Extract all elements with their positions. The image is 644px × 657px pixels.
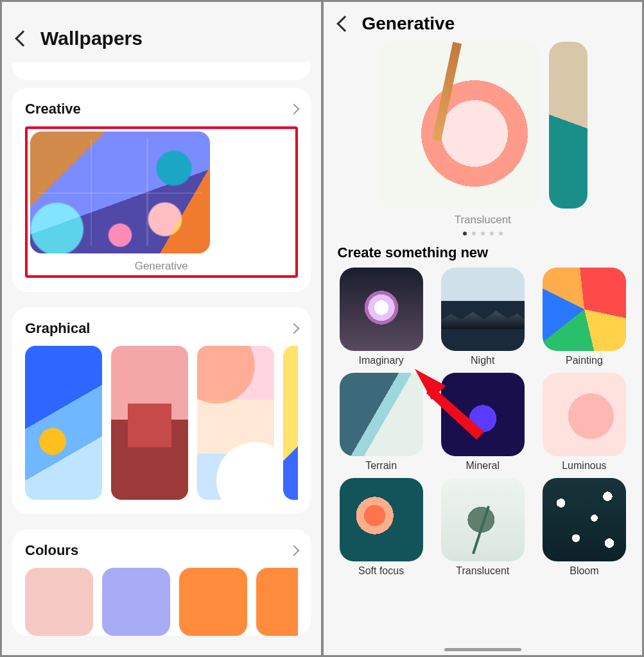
wallpapers-screen: Wallpapers Creative Generative Graphical… — [2, 2, 321, 655]
page-title: Generative — [362, 13, 455, 34]
header: Generative — [324, 2, 643, 39]
graphical-heading: Graphical — [25, 320, 90, 337]
hero-next-peek[interactable] — [549, 42, 587, 209]
creative-header-row[interactable]: Creative — [25, 101, 298, 117]
category-label: Terrain — [365, 460, 397, 472]
carousel-dot[interactable] — [472, 232, 476, 235]
category-thumb — [441, 478, 525, 561]
graphical-wallpaper-3[interactable] — [197, 346, 274, 500]
category-translucent[interactable]: Translucent — [439, 478, 527, 577]
category-mineral[interactable]: Mineral — [439, 373, 527, 472]
category-label: Mineral — [466, 460, 500, 472]
category-terrain[interactable]: Terrain — [338, 373, 425, 472]
colours-header-row[interactable]: Colours — [25, 542, 298, 559]
category-thumb — [543, 373, 626, 456]
colour-swatches — [25, 568, 298, 636]
back-icon[interactable] — [336, 15, 352, 31]
hero-label: Translucent — [324, 214, 643, 226]
header: Wallpapers — [2, 2, 321, 62]
category-grid: ImaginaryNightPaintingTerrainMineralLumi… — [324, 268, 643, 577]
hero-carousel[interactable] — [324, 39, 643, 209]
graphical-thumbnails — [25, 346, 298, 500]
creative-section: Creative Generative — [12, 88, 311, 292]
page-title: Wallpapers — [40, 28, 143, 49]
generative-label: Generative — [30, 260, 293, 273]
generative-screen: Generative Translucent Create something … — [324, 2, 643, 655]
category-thumb — [543, 478, 626, 561]
category-thumb — [340, 478, 423, 561]
colours-section: Colours — [12, 529, 311, 636]
category-label: Painting — [566, 355, 603, 366]
category-label: Translucent — [456, 565, 509, 577]
creative-heading: Creative — [25, 101, 81, 117]
carousel-dot[interactable] — [481, 232, 485, 235]
category-luminous[interactable]: Luminous — [541, 373, 628, 472]
colour-swatch-1[interactable] — [25, 568, 93, 636]
category-bloom[interactable]: Bloom — [541, 478, 628, 577]
create-heading: Create something new — [324, 244, 643, 268]
category-label: Luminous — [562, 460, 606, 472]
carousel-dot[interactable] — [499, 232, 503, 235]
graphical-wallpaper-4[interactable] — [283, 346, 298, 500]
annotation-highlight: Generative — [25, 126, 298, 278]
graphical-section: Graphical — [12, 307, 311, 514]
carousel-dots — [324, 232, 643, 235]
category-thumb — [340, 373, 423, 456]
colour-swatch-3[interactable] — [179, 568, 247, 636]
generative-tile[interactable] — [30, 132, 210, 253]
chevron-right-icon — [288, 545, 299, 556]
chevron-right-icon — [288, 323, 299, 334]
graphical-header-row[interactable]: Graphical — [25, 320, 298, 337]
graphical-wallpaper-1[interactable] — [25, 346, 102, 500]
home-indicator[interactable] — [444, 648, 521, 651]
category-imaginary[interactable]: Imaginary — [338, 268, 425, 366]
category-label: Soft focus — [358, 565, 404, 577]
colour-swatch-2[interactable] — [102, 568, 170, 636]
category-painting[interactable]: Painting — [541, 268, 628, 366]
chevron-right-icon — [288, 104, 299, 115]
category-night[interactable]: Night — [439, 268, 527, 366]
carousel-dot[interactable] — [490, 232, 494, 235]
graphical-wallpaper-2[interactable] — [111, 346, 188, 500]
category-thumb — [340, 268, 423, 351]
category-thumb — [441, 373, 525, 456]
carousel-dot[interactable] — [463, 232, 467, 235]
category-softfocus[interactable]: Soft focus — [338, 478, 425, 577]
category-thumb — [543, 268, 626, 351]
back-icon[interactable] — [15, 30, 31, 46]
category-thumb — [441, 268, 525, 351]
colours-heading: Colours — [25, 542, 78, 559]
colour-swatch-4[interactable] — [256, 568, 298, 636]
previous-section-tail — [12, 62, 311, 80]
category-label: Bloom — [570, 565, 598, 577]
category-label: Night — [471, 355, 494, 366]
hero-image[interactable] — [378, 42, 539, 209]
category-label: Imaginary — [358, 355, 403, 366]
